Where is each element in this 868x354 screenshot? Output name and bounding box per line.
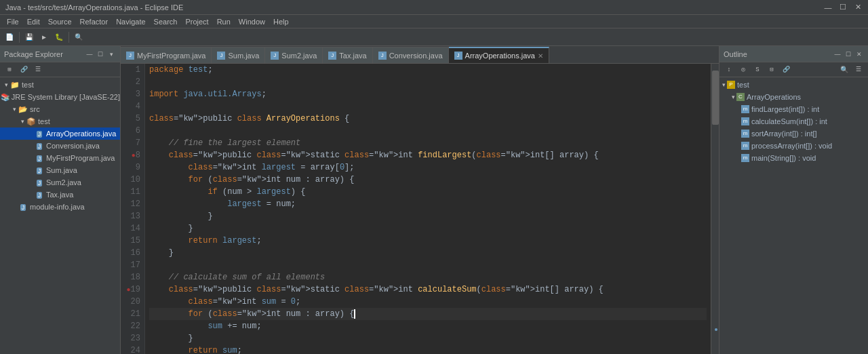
close-button[interactable]: ✕ [853, 3, 863, 12]
menu-item-file[interactable]: File [3, 15, 23, 28]
outline-panel: Outline — ☐ ✕ ↕ ◎ S ⊟ 🔗 🔍 ☰ ▾Ptest▾CArra… [719, 46, 868, 354]
pe-link-button[interactable]: 🔗 [17, 63, 31, 77]
outline-arrow-icon[interactable]: ▾ [722, 81, 726, 88]
toolbar-run-button[interactable]: ▶ [37, 31, 51, 44]
pe-maximize-icon[interactable]: ☐ [96, 50, 105, 59]
tab-close-button[interactable]: ✕ [538, 52, 543, 60]
outline-item-arrayoperations[interactable]: ▾CArrayOperations [719, 91, 868, 103]
outline-method-icon: m [741, 117, 749, 125]
code-line-17 [149, 259, 707, 271]
pe-tree-item-sum2-java[interactable]: JSum2.java [0, 176, 120, 189]
editor-tab-Conversion-java[interactable]: JConversion.java [373, 47, 449, 63]
menu-item-search[interactable]: Search [150, 15, 182, 28]
toolbar-debug-button[interactable]: 🐛 [52, 31, 66, 44]
line-number-23: 23 [121, 332, 140, 345]
code-line-12: largest = num; [149, 198, 707, 210]
pe-tree-item-test[interactable]: ▾📦test [0, 115, 120, 127]
menu-item-edit[interactable]: Edit [23, 15, 44, 28]
scrollbar-marker [715, 328, 717, 331]
code-line-2 [149, 76, 707, 88]
package-explorer-panel: Package Explorer — ☐ ▾ ⊞ 🔗 ☰ ▾📁test📚JRE … [0, 46, 121, 354]
editor-tab-Tax-java[interactable]: JTax.java [323, 47, 372, 63]
menu-item-navigate[interactable]: Navigate [112, 15, 149, 28]
menu-item-project[interactable]: Project [181, 15, 212, 28]
line-number-21: 21 [121, 308, 140, 320]
code-line-3: import java.util.Arrays; [149, 88, 707, 100]
package-explorer-title: Package Explorer [4, 50, 85, 58]
editor-tab-Sum-java[interactable]: JSum.java [212, 47, 265, 63]
menu-item-help[interactable]: Help [269, 15, 293, 28]
code-line-9: class="kw">int largest = array[0]; [149, 161, 707, 174]
outline-hide-fields-button[interactable]: ◎ [736, 63, 750, 77]
pe-tree-item-jre-system-library--javase-22-[interactable]: 📚JRE System Library [JavaSE-22] [0, 91, 120, 103]
toolbar-save-button[interactable]: 💾 [22, 31, 36, 44]
pe-tree-item-arrayoperations-java[interactable]: JArrayOperations.java [0, 127, 120, 140]
outline-class-icon: C [736, 93, 745, 101]
menu-item-refactor[interactable]: Refactor [76, 15, 113, 28]
tree-java-icon: J [34, 142, 45, 150]
outline-menu-button[interactable]: ☰ [852, 63, 865, 77]
outline-maximize-icon[interactable]: ☐ [844, 50, 853, 59]
pe-tree-item-module-info-java[interactable]: Jmodule-info.java [0, 201, 120, 213]
outline-item-calculatesum-int------int[interactable]: mcalculateSum(int[]) : int [719, 115, 868, 127]
code-line-6 [149, 125, 707, 137]
outline-tree: ▾Ptest▾CArrayOperationsmfindLargest(int[… [719, 77, 868, 354]
line-number-17: 17 [121, 259, 140, 271]
vertical-scrollbar[interactable] [711, 64, 719, 354]
scrollbar-thumb[interactable] [712, 71, 719, 125]
outline-hide-static-button[interactable]: S [751, 63, 764, 77]
tree-item-label: MyFirstProgram.java [46, 154, 115, 162]
tree-item-label: Conversion.java [46, 142, 100, 150]
outline-item-processarray-int------void[interactable]: mprocessArray(int[]) : void [719, 140, 868, 152]
outline-method-icon: m [741, 154, 749, 162]
pe-tree-item-conversion-java[interactable]: JConversion.java [0, 140, 120, 152]
toolbar-search-button[interactable]: 🔍 [72, 31, 85, 44]
editor-tab-ArrayOperations-java[interactable]: JArrayOperations.java✕ [449, 47, 549, 63]
code-editor[interactable]: 1234567●89101112131415161718●19202122232… [121, 64, 719, 354]
pe-menu-btn[interactable]: ☰ [31, 63, 45, 77]
menu-item-source[interactable]: Source [44, 15, 76, 28]
toolbar-sep-1 [19, 32, 20, 43]
pe-menu-icon[interactable]: ▾ [106, 50, 116, 59]
outline-header: Outline — ☐ ✕ [719, 46, 868, 62]
editor-tab-Sum2-java[interactable]: JSum2.java [265, 47, 323, 63]
menu-item-run[interactable]: Run [213, 15, 235, 28]
outline-minimize-icon[interactable]: — [833, 50, 842, 59]
pe-tree-item-src[interactable]: ▾📂src [0, 103, 120, 115]
outline-method-icon: m [741, 105, 749, 113]
line-number-19: ●19 [121, 283, 140, 296]
outline-close-icon[interactable]: ✕ [854, 50, 864, 59]
toolbar-new-button[interactable]: 📄 [3, 31, 16, 44]
minimize-button[interactable]: — [823, 3, 833, 12]
outline-link-button[interactable]: 🔗 [779, 63, 793, 77]
tree-arrow-icon[interactable]: ▾ [19, 118, 26, 125]
outline-item-sortarray-int------int--[interactable]: msortArray(int[]) : int[] [719, 127, 868, 140]
code-content[interactable]: package test; import java.util.Arrays; c… [145, 64, 711, 354]
outline-search-button[interactable]: 🔍 [837, 63, 851, 77]
outline-item-findlargest-int------int[interactable]: mfindLargest(int[]) : int [719, 103, 868, 115]
outline-sort-button[interactable]: ↕ [722, 63, 736, 77]
menu-item-window[interactable]: Window [235, 15, 269, 28]
outline-item-label: main(String[]) : void [751, 154, 816, 162]
editor-tab-MyFirstProgram-java[interactable]: JMyFirstProgram.java [121, 47, 212, 63]
tree-package-icon: 📦 [26, 117, 37, 126]
pe-tree-item-sum-java[interactable]: JSum.java [0, 164, 120, 176]
outline-arrow-icon[interactable]: ▾ [732, 94, 735, 100]
tree-arrow-icon[interactable]: ▾ [3, 81, 9, 88]
outline-item-test[interactable]: ▾Ptest [719, 79, 868, 91]
toolbar-sep-2 [68, 32, 69, 43]
pe-minimize-icon[interactable]: — [85, 50, 94, 59]
tree-item-label: Tax.java [46, 191, 73, 199]
pe-tree-item-test[interactable]: ▾📁test [0, 79, 120, 91]
tree-item-label: ArrayOperations.java [46, 130, 116, 138]
title-text: Java - test/src/test/ArrayOperations.jav… [5, 3, 183, 12]
pe-tree-item-tax-java[interactable]: JTax.java [0, 189, 120, 201]
pe-collapse-all-button[interactable]: ⊞ [3, 63, 16, 77]
tree-arrow-icon[interactable]: ▾ [11, 106, 18, 113]
tree-library-icon: 📚 [1, 93, 10, 102]
pe-tree-item-myfirstprogram-java[interactable]: JMyFirstProgram.java [0, 152, 120, 164]
maximize-button[interactable]: ☐ [838, 3, 848, 12]
line-number-12: 12 [121, 198, 140, 210]
outline-collapse-all-button[interactable]: ⊟ [765, 63, 778, 77]
outline-item-main-string------void[interactable]: mmain(String[]) : void [719, 152, 868, 164]
